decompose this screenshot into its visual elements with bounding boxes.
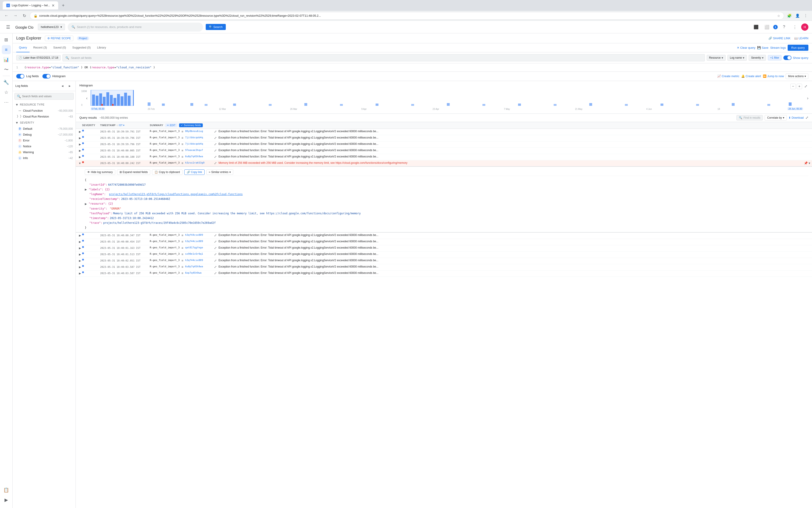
user-avatar[interactable]: H bbox=[801, 24, 808, 31]
project-selector[interactable]: hellothere123 ▾ bbox=[38, 24, 65, 30]
expand-arrow[interactable]: ▶ bbox=[78, 246, 82, 250]
json-resource-expand[interactable]: ▶ bbox=[85, 202, 87, 206]
run-query-btn[interactable]: Run query bbox=[787, 45, 808, 51]
help-btn[interactable]: ? bbox=[779, 23, 788, 32]
sidebar-tools-btn[interactable]: 🔧 bbox=[2, 78, 11, 87]
more-actions-btn[interactable]: More actions ▾ bbox=[785, 74, 808, 79]
sidebar-activity-btn[interactable]: ☆ bbox=[2, 88, 11, 97]
save-btn[interactable]: 💾 Save bbox=[757, 46, 768, 49]
tz-selector[interactable]: IST ▾ bbox=[119, 124, 124, 127]
create-metric-btn[interactable]: 📈 Create metric bbox=[717, 75, 739, 78]
severity-notice[interactable]: i Notice ~120 bbox=[13, 143, 76, 149]
expand-histogram-btn[interactable]: ⤢ bbox=[803, 84, 808, 89]
table-row[interactable]: ▶ 2023-05-31 18:39:59.791 IST R-geo_fiel… bbox=[76, 129, 812, 135]
time-filter-chip[interactable]: 🕐 Later than 07/02/2023, 17:18 bbox=[16, 55, 61, 60]
zoom-in-btn[interactable]: + bbox=[797, 84, 802, 89]
clear-query-btn[interactable]: ✕ Clear query bbox=[737, 46, 755, 49]
log-fields-toggle-label[interactable]: Log fields bbox=[16, 74, 39, 79]
forward-button[interactable]: → bbox=[12, 12, 19, 19]
new-tab-button[interactable]: + bbox=[60, 2, 66, 9]
copy-link-btn[interactable]: 🔗 Copy link bbox=[184, 169, 205, 175]
resource-type-section-header[interactable]: ▼ RESOURCE TYPE bbox=[13, 101, 76, 108]
more-row-btn[interactable]: ▾ bbox=[809, 161, 810, 165]
tab-recent[interactable]: Recent (3) bbox=[31, 43, 50, 52]
query-editor[interactable]: 1 (resource.type="cloud_function" ) OR (… bbox=[13, 64, 812, 72]
expand-table-btn[interactable]: ⤢ bbox=[806, 116, 808, 120]
zoom-out-btn[interactable]: − bbox=[790, 84, 796, 89]
similar-entries-btn[interactable]: ≈ Similar entries ▾ bbox=[206, 169, 233, 175]
tab-query[interactable]: Query bbox=[16, 43, 30, 52]
settings-btn[interactable]: ⋮ bbox=[790, 23, 799, 32]
pin-btn[interactable]: 📌 bbox=[804, 161, 808, 165]
share-link-btn[interactable]: 🔗 SHARE LINK bbox=[768, 37, 790, 40]
severity-error[interactable]: ! Error ~1,800 bbox=[13, 138, 76, 143]
sidebar-logs-btn[interactable]: ≡ bbox=[2, 45, 11, 54]
field-cloud-run[interactable]: 〉〉 Cloud Run Revision ~63 bbox=[13, 114, 76, 120]
reload-button[interactable]: ↻ bbox=[21, 12, 28, 19]
severity-filter-chip[interactable]: Severity ▾ bbox=[749, 55, 766, 61]
summary-fields-btn[interactable]: ✓ Summary fields bbox=[179, 123, 203, 127]
sidebar-home-btn[interactable]: ⊞ bbox=[2, 35, 11, 44]
severity-warning[interactable]: ⚠ Warning ~65 bbox=[13, 149, 76, 155]
severity-section-header[interactable]: ▼ SEVERITY bbox=[13, 120, 76, 126]
table-row[interactable]: ▶ 2023-05-31 18:40:02.051 IST R-geo_fiel… bbox=[76, 258, 812, 264]
plus-filter-btn[interactable]: +1 filter bbox=[768, 55, 782, 60]
table-row[interactable]: ▶ 2023-05-31 18:39:59.796 IST R-geo_fiel… bbox=[76, 135, 812, 141]
search-fields-inner[interactable]: 🔍 bbox=[14, 93, 74, 100]
json-labels-expand[interactable]: ▶ bbox=[85, 187, 87, 192]
stream-logs-btn[interactable]: Stream logs bbox=[770, 46, 786, 49]
cloud-shell-btn[interactable]: ⬛ bbox=[752, 23, 761, 32]
show-query-toggle[interactable] bbox=[783, 55, 792, 60]
histogram-nav-left[interactable]: ‹ bbox=[86, 96, 87, 100]
table-row-expanded[interactable]: ▼ 2023-05-31 18:40:00.242 IST R-geo_fiel… bbox=[76, 160, 812, 167]
sidebar-metrics-btn[interactable]: 📊 bbox=[2, 55, 11, 64]
show-query-btn[interactable]: Show query bbox=[793, 56, 808, 59]
expand-nested-btn[interactable]: ⊞ Expand nested fields bbox=[117, 169, 150, 175]
address-bar[interactable]: 🔒 console.cloud.google.com/logs/query;qu… bbox=[30, 12, 784, 19]
tab-suggested[interactable]: Suggested (0) bbox=[70, 43, 93, 52]
expand-arrow[interactable]: ▶ bbox=[78, 271, 82, 275]
sidebar-trace-btn[interactable]: 〜 bbox=[2, 65, 11, 74]
learn-btn[interactable]: 📖 LEARN bbox=[794, 37, 808, 40]
expand-arrow[interactable]: ▶ bbox=[78, 234, 82, 237]
copy-clipboard-btn[interactable]: 📋 Copy to clipboard bbox=[152, 169, 182, 175]
find-in-results-input[interactable]: 🔍 Find in results bbox=[736, 115, 763, 121]
tab-close-btn[interactable]: ✕ bbox=[52, 3, 54, 8]
table-row[interactable]: ▶ 2023-05-31 18:40:03.587 IST R-geo_fiel… bbox=[76, 264, 812, 270]
expand-arrow[interactable]: ▶ bbox=[78, 252, 82, 256]
expand-arrow[interactable]: ▶ bbox=[78, 259, 82, 262]
table-row[interactable]: ▶ 2023-05-31 18:40:01.513 IST R-geo_fiel… bbox=[76, 252, 812, 258]
field-cloud-function[interactable]: ··· Cloud Function ~93,000,000 bbox=[13, 108, 76, 114]
severity-info[interactable]: i Info ~42 bbox=[13, 155, 76, 161]
back-button[interactable]: ← bbox=[3, 12, 10, 19]
more-btn[interactable]: ⋮ bbox=[802, 12, 809, 19]
log-name-filter-chip[interactable]: Log name ▾ bbox=[727, 55, 747, 61]
hide-log-summary-btn[interactable]: 👁 Hide log summary bbox=[85, 169, 115, 175]
table-row[interactable]: ▶ 2023-05-31 18:40:00.454 IST R-geo_fiel… bbox=[76, 239, 812, 245]
json-logname-val[interactable]: projects/hellothere123-g5fdrh/logs/cloud… bbox=[109, 192, 243, 197]
cloud-editor-btn[interactable]: ⬜ bbox=[762, 23, 771, 32]
histogram-toggle-label[interactable]: Histogram bbox=[42, 74, 66, 79]
panel-collapse-btn[interactable]: ◂ bbox=[59, 83, 66, 89]
expand-arrow[interactable]: ▶ bbox=[78, 130, 82, 133]
table-row[interactable]: ▶ 2023-05-31 18:40:00.347 IST R-geo_fiel… bbox=[76, 232, 812, 239]
expand-arrow[interactable]: ▶ bbox=[78, 155, 82, 159]
sidebar-bottom-btn1[interactable]: 📋 bbox=[2, 485, 11, 495]
refine-scope-btn[interactable]: ⚙ REFINE SCOPE bbox=[45, 36, 73, 41]
notification-badge[interactable]: 1 bbox=[773, 25, 778, 29]
table-row[interactable]: ▶ 2023-05-31 18:40:03.587 IST R-geo_fiel… bbox=[76, 270, 812, 277]
severity-default[interactable]: D Default ~76,000,000 bbox=[13, 126, 76, 132]
histogram-toggle[interactable] bbox=[42, 74, 50, 79]
browser-tab[interactable]: G Logs Explorer – Logging – hel... ✕ bbox=[3, 1, 58, 9]
sidebar-extra-btn[interactable]: ⋯ bbox=[2, 98, 11, 107]
expand-arrow[interactable]: ▶ bbox=[78, 265, 82, 269]
search-fields-input[interactable]: 🔍 Search all fields bbox=[62, 54, 704, 61]
histogram-nav-right[interactable]: › bbox=[807, 96, 808, 100]
global-search-bar[interactable]: 🔍 Search (/) for resources, docs, produc… bbox=[68, 23, 203, 32]
tab-saved[interactable]: Saved (0) bbox=[50, 43, 69, 52]
panel-expand-btn[interactable]: ▸ bbox=[67, 83, 73, 89]
expand-arrow[interactable]: ▶ bbox=[78, 142, 82, 146]
search-button[interactable]: 🔍 Search bbox=[206, 24, 226, 30]
sort-icon[interactable]: ↑ bbox=[116, 124, 118, 127]
expand-arrow[interactable]: ▶ bbox=[78, 240, 82, 243]
